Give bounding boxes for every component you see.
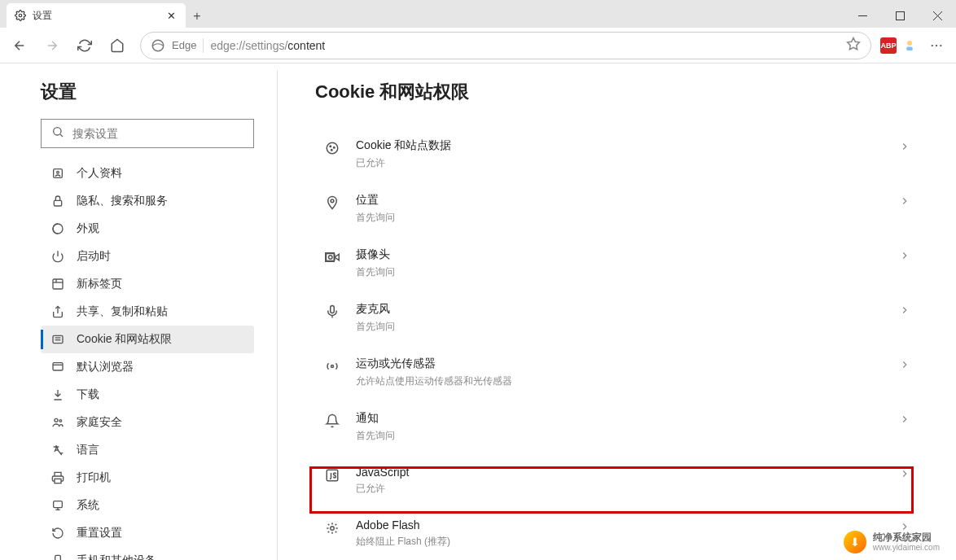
settings-list: Cookie 和站点数据已允许 位置首先询问 摄像头首先询问 麦克风首先询问 运… [315,127,919,560]
home-button[interactable] [103,31,132,60]
sidebar-item-label: 隐私、搜索和服务 [77,194,168,208]
separator [203,38,204,53]
sidebar-item-profile[interactable]: 个人资料 [41,160,254,187]
setting-flash[interactable]: Adobe Flash始终阻止 Flash (推荐) [315,507,919,560]
svg-rect-26 [53,363,63,370]
setting-motion-sensor[interactable]: 运动或光传感器允许站点使用运动传感器和光传感器 [315,345,919,400]
svg-point-7 [907,41,912,46]
profile-icon [50,166,65,181]
share-icon [50,304,65,319]
search-input[interactable] [72,127,243,140]
watermark: ⬇ 纯净系统家园 www.yidaimei.com [844,531,940,553]
nav-list: 个人资料 隐私、搜索和服务 外观 启动时 新标签页 共享、复制和粘贴 Cooki… [41,160,254,560]
svg-point-9 [932,44,933,46]
svg-rect-44 [327,470,338,481]
abp-extension-icon[interactable]: ABP [879,37,897,55]
sidebar-item-appearance[interactable]: 外观 [41,215,254,243]
forward-button[interactable] [37,31,67,60]
svg-point-29 [59,420,62,422]
extension-icon[interactable] [901,37,919,55]
sidebar-item-family[interactable]: 家庭安全 [41,409,254,436]
address-label: Edge [172,39,196,51]
cookie-icon [323,139,341,157]
svg-point-11 [940,44,941,46]
setting-label: Cookie 和站点数据 [356,138,899,153]
setting-javascript[interactable]: JavaScript已允许 [315,454,919,507]
grid-icon [50,277,65,291]
setting-cookies[interactable]: Cookie 和站点数据已允许 [315,127,919,182]
maximize-button[interactable] [881,3,919,28]
svg-point-5 [152,40,164,51]
download-icon [50,387,65,402]
svg-point-39 [331,150,333,151]
sidebar-item-label: 个人资料 [77,166,122,181]
svg-line-13 [60,134,63,137]
watermark-name: 纯净系统家园 [873,532,940,543]
svg-point-28 [55,418,58,422]
more-button[interactable] [922,31,951,60]
printer-icon [50,470,65,485]
setting-sub: 允许站点使用运动传感器和光传感器 [356,374,899,388]
sidebar-item-label: 默认浏览器 [77,360,134,374]
setting-sub: 已允许 [356,482,899,496]
setting-location[interactable]: 位置首先询问 [315,182,919,236]
sidebar-item-system[interactable]: 系统 [41,492,254,519]
sidebar-item-label: 系统 [77,498,99,513]
sidebar-item-printer[interactable]: 打印机 [41,464,254,492]
sidebar-item-label: 下载 [77,387,99,402]
sidebar-item-language[interactable]: 语言 [41,436,254,464]
setting-sub: 已允许 [356,156,899,170]
sidebar-item-startup[interactable]: 启动时 [41,243,254,270]
svg-point-12 [54,128,61,135]
sidebar-item-privacy[interactable]: 隐私、搜索和服务 [41,187,254,215]
svg-point-15 [57,171,59,173]
minimize-button[interactable] [844,3,881,28]
chevron-right-icon [899,468,910,483]
family-icon [50,415,65,430]
watermark-logo-icon: ⬇ [844,531,866,553]
setting-sub: 首先询问 [356,429,899,443]
chevron-right-icon [899,141,910,155]
setting-label: 运动或光传感器 [356,357,899,371]
favorite-icon[interactable] [846,37,861,54]
close-window-button[interactable] [919,3,956,28]
edge-logo-icon [151,38,165,53]
refresh-button[interactable] [70,31,99,60]
chevron-right-icon [899,413,910,428]
sidebar-item-downloads[interactable]: 下载 [41,381,254,409]
close-icon[interactable]: ✕ [164,9,178,22]
setting-notifications[interactable]: 通知首先询问 [315,400,919,454]
back-button[interactable] [5,31,34,60]
sidebar-item-default-browser[interactable]: 默认浏览器 [41,353,254,381]
svg-rect-30 [55,479,61,483]
sidebar-item-share[interactable]: 共享、复制和粘贴 [41,298,254,326]
page-title: Cookie 和网站权限 [315,80,919,104]
svg-rect-2 [896,11,904,20]
gear-icon [15,10,26,21]
setting-camera[interactable]: 摄像头首先询问 [315,236,919,291]
flash-icon [323,519,341,537]
sidebar-item-label: 外观 [77,221,99,236]
camera-icon [323,248,341,266]
svg-rect-1 [858,15,867,16]
svg-rect-41 [327,254,335,261]
sidebar-item-label: 打印机 [77,470,111,485]
chevron-right-icon [899,304,910,319]
tab-title: 设置 [33,9,158,23]
sidebar-item-cookies[interactable]: Cookie 和网站权限 [41,326,254,353]
svg-point-10 [936,44,937,46]
address-bar[interactable]: Edge edge://settings/content [140,32,871,59]
chevron-right-icon [899,195,910,210]
svg-rect-31 [54,501,63,508]
setting-label: 麦克风 [356,302,899,317]
content-area: 设置 个人资料 隐私、搜索和服务 外观 启动时 新标签页 共享、复制和粘贴 Co… [0,63,956,560]
sidebar-item-devices[interactable]: 手机和其他设备 [41,547,254,560]
tab-settings[interactable]: 设置 ✕ [7,3,186,28]
sidebar-item-reset[interactable]: 重置设置 [41,519,254,547]
setting-microphone[interactable]: 麦克风首先询问 [315,291,919,345]
new-tab-button[interactable]: + [186,5,208,28]
sidebar-item-newtab[interactable]: 新标签页 [41,270,254,298]
search-icon [51,125,64,142]
search-settings-box[interactable] [41,119,254,148]
setting-sub: 始终阻止 Flash (推荐) [356,535,899,549]
